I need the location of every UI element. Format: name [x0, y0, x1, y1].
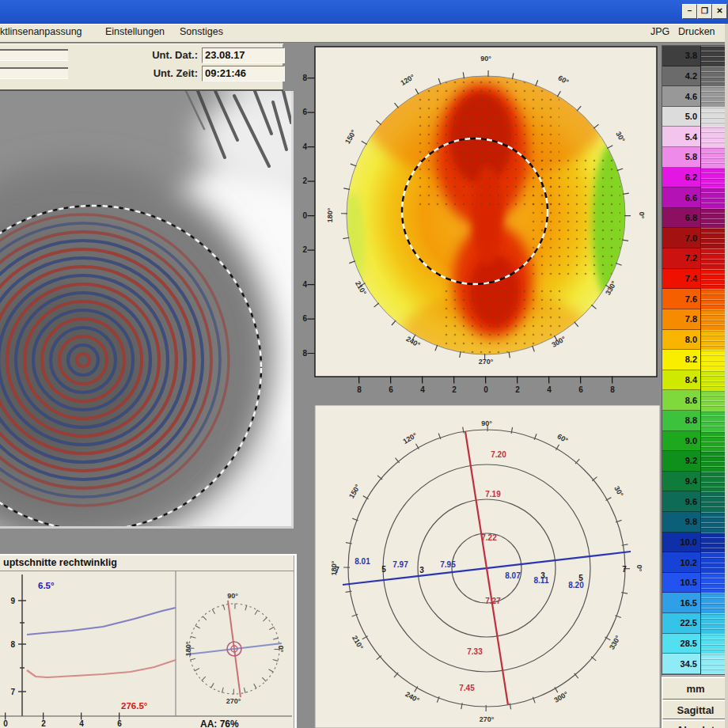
scale-swatch	[700, 208, 727, 229]
svg-text:270°: 270°	[480, 715, 495, 723]
meridian-polar-plot: 90° 60° 30° 0° 330° 300° 270° 240° 210° …	[294, 405, 661, 728]
svg-text:8.07: 8.07	[505, 571, 521, 580]
svg-text:4: 4	[302, 280, 307, 289]
svg-text:2: 2	[302, 176, 307, 185]
menu-item-sonstiges[interactable]: Sonstiges	[180, 26, 223, 37]
scale-swatch	[700, 512, 727, 533]
scale-swatch	[700, 613, 727, 634]
exam-time-value[interactable]: 09:21:46	[202, 66, 285, 82]
color-scale: 3.8 4.2 4.6 5.0 5.4 5.8 6.2 6.6 6.8 7.0 …	[662, 45, 728, 675]
svg-text:4: 4	[79, 719, 84, 728]
scale-swatch	[700, 66, 727, 87]
exam-date-value[interactable]: 23.08.17	[202, 47, 285, 63]
sagittal-button[interactable]: Sagittal	[662, 700, 728, 720]
scale-row: 3.8	[662, 46, 727, 66]
menu-item-kontaktlinsenanpassung[interactable]: ktlinsenanpassung	[0, 26, 82, 37]
scale-swatch	[700, 330, 727, 351]
svg-text:180°: 180°	[184, 641, 192, 656]
scale-value: 10.2	[662, 552, 700, 573]
scale-value: 5.8	[662, 147, 700, 168]
svg-text:8: 8	[302, 349, 307, 358]
principal-sections-panel: uptschnitte rechtwinklig 9 8 7 0 2 4 6 6…	[0, 554, 297, 728]
scale-value: 34.5	[662, 654, 700, 674]
scale-row: 6.2	[662, 168, 727, 188]
scale-row: 4.2	[662, 66, 727, 87]
flat-axis-angle-label: 6.5°	[38, 581, 55, 590]
scale-row: 9.0	[662, 431, 727, 452]
scale-swatch	[700, 269, 727, 290]
scale-swatch	[700, 289, 727, 309]
svg-text:6: 6	[117, 719, 122, 728]
patient-field-1[interactable]	[0, 49, 68, 61]
section-x-labels: 0 2 4 6	[3, 719, 122, 728]
scale-row: 8.4	[662, 370, 727, 391]
scale-row: 9.8	[662, 512, 727, 533]
scale-value: 8.2	[662, 350, 700, 370]
scale-swatch	[700, 411, 727, 431]
close-button[interactable]: ✕	[712, 4, 727, 19]
scale-value: 5.0	[662, 107, 700, 127]
svg-text:7.45: 7.45	[459, 684, 475, 692]
svg-text:7.19: 7.19	[485, 490, 501, 499]
scale-swatch	[700, 147, 727, 168]
exam-info-panel: Unt. Dat.: 23.08.17 Unt. Zeit: 09:21:46	[0, 44, 283, 92]
scale-swatch	[700, 370, 727, 391]
svg-text:8.20: 8.20	[568, 581, 584, 590]
exam-time-label: Unt. Zeit:	[119, 67, 198, 79]
svg-text:6: 6	[389, 385, 393, 394]
menu-item-einstellungen[interactable]: Einstellungen	[105, 26, 165, 37]
scale-row: 4.6	[662, 86, 727, 107]
scale-value: 8.6	[662, 390, 700, 411]
scale-value: 7.2	[662, 248, 700, 269]
scale-row: 8.8	[662, 411, 727, 431]
restore-button[interactable]: ❐	[697, 4, 712, 19]
svg-text:5: 5	[381, 565, 386, 574]
scale-value: 6.8	[662, 208, 700, 229]
scale-value: 7.8	[662, 309, 700, 330]
scale-row: 7.4	[662, 269, 727, 290]
svg-text:0°: 0°	[277, 646, 285, 653]
window-right-edge	[725, 24, 728, 728]
scale-swatch	[700, 552, 727, 573]
scale-swatch	[700, 451, 727, 472]
scale-value: 22.5	[662, 613, 700, 634]
svg-text:0: 0	[483, 385, 488, 394]
svg-text:8: 8	[10, 640, 15, 649]
scale-row: 6.6	[662, 188, 727, 208]
menu-item-drucken[interactable]: Drucken	[678, 26, 715, 37]
menu-item-jpg[interactable]: JPG	[650, 26, 669, 37]
unit-mm-button[interactable]: mm	[662, 677, 728, 700]
scale-swatch	[700, 533, 727, 553]
scale-row: 8.6	[662, 390, 727, 411]
scale-value: 9.8	[662, 512, 700, 533]
title-bar	[0, 0, 728, 24]
topography-map: 90° 60° 30° 0° 330° 300° 270° 240° 210° …	[294, 44, 661, 400]
section-chart: 9 8 7 0 2 4 6 6.5° 276.5° 90° 180° 0° 27	[0, 571, 292, 728]
scale-value: 9.0	[662, 431, 700, 452]
absolut-button[interactable]: Absolut	[662, 719, 728, 728]
scale-row: 6.8	[662, 208, 727, 229]
scale-value: 5.4	[662, 127, 700, 147]
scale-swatch	[700, 491, 727, 512]
scale-row: 28.5	[662, 634, 727, 654]
scale-row: 10.5	[662, 573, 727, 593]
scale-swatch	[700, 431, 727, 452]
minimize-button[interactable]: –	[682, 4, 697, 19]
scale-row: 34.5	[662, 654, 727, 674]
exam-date-label: Unt. Dat.:	[119, 49, 198, 61]
svg-text:6: 6	[578, 385, 583, 394]
scale-row: 10.2	[662, 552, 727, 573]
scale-swatch	[700, 127, 727, 147]
svg-text:2: 2	[515, 385, 520, 394]
eye-photo	[0, 91, 294, 529]
scale-row: 9.6	[662, 491, 727, 512]
section-title: uptschnitte rechtwinklig	[3, 557, 117, 568]
scale-swatch	[700, 573, 727, 593]
patient-field-2[interactable]	[0, 67, 68, 79]
scale-row: 8.2	[662, 350, 727, 370]
scale-value: 4.6	[662, 86, 700, 107]
svg-text:270°: 270°	[479, 358, 494, 366]
svg-text:180°: 180°	[326, 207, 334, 222]
scale-value: 7.0	[662, 228, 700, 248]
steep-axis-angle-label: 276.5°	[121, 701, 148, 711]
